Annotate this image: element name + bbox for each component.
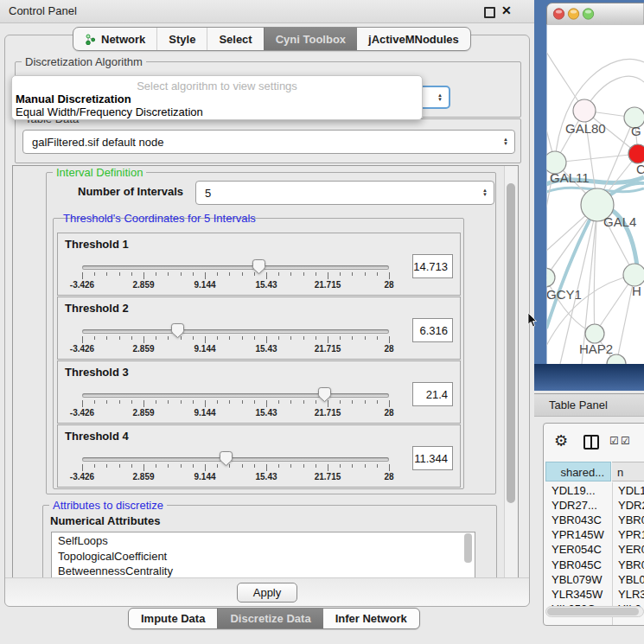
slider-handle[interactable] (318, 387, 331, 402)
table-row[interactable]: YBR045CYBR0 (545, 558, 644, 573)
tab-jactivemnodules[interactable]: jActiveMNodules (357, 28, 470, 50)
node-label-gal80: GAL80 (565, 121, 606, 136)
table-row[interactable]: YDR27...YDR2 (545, 499, 644, 513)
table-row[interactable]: YPR145WYPR1 (545, 528, 644, 543)
tab-style[interactable]: Style (156, 28, 207, 50)
threshold-slider[interactable]: -3.4262.8599.14415.4321.71528 (82, 258, 389, 292)
tab-discretize-data[interactable]: Discretize Data (217, 609, 322, 628)
slider-track[interactable] (82, 265, 389, 270)
control-panel-titlebar: Control Panel ✕ (0, 0, 534, 23)
table-row[interactable]: YBL079WYBL0 (545, 573, 644, 588)
table-data-combobox[interactable]: galFiltered.sif default node ▲▼ (22, 130, 515, 154)
vertical-scrollbar[interactable] (504, 166, 518, 578)
threshold-value-input[interactable] (412, 382, 453, 406)
slider-scale-labels: -3.4262.8599.14415.4321.71528 (82, 344, 389, 354)
columns-icon[interactable] (583, 435, 599, 450)
close-icon[interactable]: ✕ (501, 3, 512, 17)
table-cell: YER0 (618, 543, 644, 556)
threshold-panel: Threshold 4-3.4262.8599.14415.4321.71528 (57, 424, 461, 488)
table-cell: YBR043C (552, 513, 602, 526)
light-glare (585, 10, 591, 13)
threshold-slider[interactable]: -3.4262.8599.14415.4321.71528 (82, 386, 389, 420)
threshold-value-input[interactable] (412, 446, 453, 470)
slider-scale-labels: -3.4262.8599.14415.4321.71528 (82, 408, 389, 418)
scale-tick-label: 2.859 (132, 344, 154, 354)
num-intervals-label: Number of Intervals (78, 185, 183, 198)
scale-tick-label: 2.859 (132, 408, 154, 418)
threshold-value-input[interactable] (412, 318, 453, 342)
checkbox-icon[interactable]: ☑ (621, 435, 630, 447)
tab-network[interactable]: Network (73, 28, 156, 50)
table-cell: YBR045C (552, 558, 602, 571)
tab-label: Network (101, 33, 145, 46)
network-view-window[interactable]: GAL80 G GAL11 C GAL4 GCY1 H HAP2 (534, 0, 644, 391)
column-header-name[interactable]: n (612, 462, 644, 481)
scale-tick-label: 15.43 (255, 472, 277, 481)
threshold-slider[interactable]: -3.4262.8599.14415.4321.71528 (82, 450, 389, 484)
threshold-label: Threshold 1 (65, 238, 129, 251)
table-cell: YBL079W (552, 573, 603, 586)
tab-infer-network[interactable]: Infer Network (323, 609, 419, 628)
table-row[interactable]: YBR043CYBR0 (545, 513, 644, 528)
scrollbar-thumb[interactable] (547, 608, 639, 615)
thresholds-group: Threshold's Coordinates for 5 Intervals … (53, 218, 464, 489)
scale-tick-label: 15.43 (255, 344, 277, 354)
horizontal-scrollbar[interactable] (545, 606, 644, 617)
attributes-group: Attributes to discretize Numerical Attri… (42, 505, 497, 579)
slider-handle[interactable] (252, 259, 265, 274)
slider-handle[interactable] (220, 451, 233, 466)
tab-select[interactable]: Select (207, 28, 263, 50)
scrollbar-thumb[interactable] (507, 183, 515, 503)
slider-handle[interactable] (171, 323, 184, 338)
attribute-item[interactable]: BetweennessCentrality (52, 563, 475, 578)
dropdown-placeholder[interactable]: Select algorithm to view settings (12, 80, 422, 92)
node-gal80[interactable] (573, 99, 596, 122)
apply-button[interactable]: Apply (237, 583, 297, 603)
table-panel-header[interactable]: Table Panel (534, 393, 644, 417)
scale-tick-label: -3.426 (70, 344, 94, 354)
table-cell: YDL1 (618, 484, 644, 497)
tab-cyni-toolbox[interactable]: Cyni Toolbox (264, 28, 357, 50)
panel-title: Control Panel (9, 4, 77, 17)
slider-track[interactable] (82, 329, 389, 334)
list-scrollbar-thumb[interactable] (464, 533, 472, 563)
slider-ticks (82, 400, 389, 407)
table-row[interactable]: YER054CYER0 (545, 543, 644, 558)
threshold-value-input[interactable] (412, 254, 453, 278)
mouse-cursor (527, 313, 538, 328)
tab-impute-data[interactable]: Impute Data (129, 609, 217, 628)
table-row[interactable]: YDL19...YDL1 (545, 484, 644, 499)
threshold-panel: Threshold 1-3.4262.8599.14415.4321.71528 (57, 233, 461, 296)
gear-icon[interactable]: ⚙ (554, 431, 568, 450)
numerical-attributes-label: Numerical Attributes (50, 514, 160, 527)
checkbox-icon[interactable]: ☑ (609, 435, 619, 447)
attribute-item[interactable]: SelfLoops (52, 532, 475, 548)
dropdown-option-manual[interactable]: Manual Discretization (16, 92, 131, 105)
slider-track[interactable] (82, 457, 389, 462)
spinner-value: 5 (205, 187, 211, 200)
node-selected-red[interactable] (628, 144, 644, 163)
table-cell: YDL19... (552, 484, 596, 497)
combo-arrows-icon: ▲▼ (503, 137, 508, 146)
node-label-partial-c: C (636, 162, 644, 176)
threshold-slider[interactable]: -3.4262.8599.14415.4321.71528 (82, 322, 389, 356)
node-label-gal11: GAL11 (550, 170, 590, 185)
numerical-attributes-list[interactable]: SelfLoopsTopologicalCoefficientBetweenne… (51, 532, 475, 579)
scale-tick-label: 28 (384, 408, 393, 418)
float-window-icon[interactable] (484, 7, 495, 18)
scale-tick-label: 2.859 (132, 280, 154, 290)
scale-tick-label: 28 (384, 280, 393, 290)
table-row[interactable]: YLR345WYLR3 (545, 588, 644, 603)
dropdown-option-equal-width[interactable]: Equal Width/Frequency Discretization (16, 105, 203, 118)
tab-label: jActiveMNodules (368, 33, 459, 46)
attribute-item[interactable]: TopologicalCoefficient (52, 548, 475, 564)
slider-track[interactable] (82, 393, 389, 398)
column-header-shared[interactable]: shared... (545, 462, 611, 481)
num-intervals-spinner[interactable]: 5 ▲▼ (195, 181, 494, 205)
node-hap2[interactable] (585, 324, 604, 343)
scale-tick-label: 9.144 (194, 472, 215, 481)
scale-tick-label: 15.43 (255, 408, 277, 418)
scale-tick-label: 9.144 (194, 408, 215, 418)
group-label: Interval Definition (53, 166, 146, 179)
control-panel-tabs: Network Style Select Cyni Toolbox jActiv… (73, 27, 471, 51)
